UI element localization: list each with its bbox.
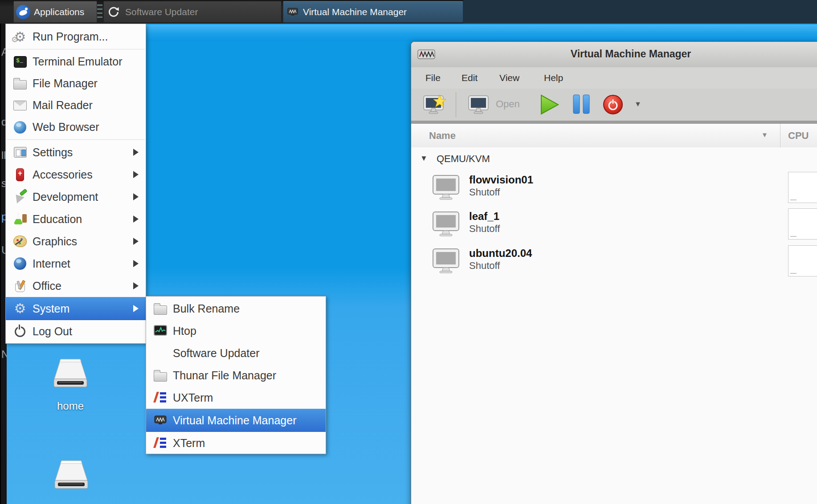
window-toolbar: Open ▼ xyxy=(411,89,817,121)
open-vm-icon[interactable] xyxy=(468,94,490,116)
open-button[interactable]: Open xyxy=(496,98,520,110)
menu-item-label: Run Program... xyxy=(33,30,108,43)
palette-icon xyxy=(13,236,27,247)
vm-name: leaf_1 xyxy=(469,210,499,223)
toolbar-separator xyxy=(456,92,456,117)
menu-item-office[interactable]: Office xyxy=(6,275,146,297)
vm-status: Shutoff xyxy=(469,187,500,198)
menu-item-accessories[interactable]: Accessories xyxy=(6,163,146,186)
cpu-baseline xyxy=(790,236,797,237)
submenu-item-software-updater[interactable]: Software Updater xyxy=(146,342,326,364)
trowel-icon xyxy=(13,190,27,204)
pause-vm-button[interactable] xyxy=(572,94,591,114)
tree-row-qemu-kvm[interactable]: ▼ QEMU/KVM xyxy=(411,152,817,168)
cpu-baseline xyxy=(790,199,797,200)
submenu-item-label: Virtual Machine Manager xyxy=(173,414,296,427)
window-title: Virtual Machine Manager xyxy=(571,48,691,60)
task-label: Virtual Machine Manager xyxy=(303,7,407,17)
xterm-icon xyxy=(153,390,167,405)
menu-item-log-out[interactable]: Log Out xyxy=(6,320,146,342)
menu-item-label: Mail Reader xyxy=(33,99,93,112)
submenu-item-xterm[interactable]: XTerm xyxy=(146,432,326,454)
vmm-icon xyxy=(287,7,298,17)
menu-help[interactable]: Help xyxy=(541,72,566,84)
applications-label: Applications xyxy=(34,7,84,17)
vm-name: ubuntu20.04 xyxy=(469,247,532,260)
shutdown-vm-button[interactable] xyxy=(602,94,624,115)
shutdown-menu-caret-icon[interactable]: ▼ xyxy=(634,100,641,108)
cpu-usage-sparkline xyxy=(788,208,817,240)
menu-item-run-program[interactable]: ⚙ Run Program... xyxy=(6,26,146,48)
menu-item-label: System xyxy=(33,302,69,315)
vm-row-flowvision01[interactable]: flowvision01 Shutoff xyxy=(411,172,817,205)
menu-item-graphics[interactable]: Graphics xyxy=(6,230,146,252)
taskbar-item-virtual-machine-manager[interactable]: Virtual Machine Manager xyxy=(283,1,463,23)
menu-edit[interactable]: Edit xyxy=(459,72,480,84)
menu-view[interactable]: View xyxy=(497,72,522,84)
refresh-icon xyxy=(107,6,120,18)
gears-icon: ⚙ xyxy=(13,30,27,44)
column-header-cpu[interactable]: CPU xyxy=(788,124,809,147)
menu-separator xyxy=(7,139,145,140)
terminal-icon xyxy=(14,56,27,68)
home-drive-label[interactable]: home xyxy=(48,400,93,412)
run-vm-button[interactable] xyxy=(539,94,560,115)
column-header-name[interactable]: Name xyxy=(429,124,456,147)
menu-item-label: Accessories xyxy=(33,168,93,181)
menu-item-mail-reader[interactable]: Mail Reader xyxy=(6,94,146,116)
panel-handle[interactable] xyxy=(97,4,102,20)
home-drive-icon[interactable] xyxy=(48,358,93,392)
vm-list: ▼ QEMU/KVM flowvision01 Shutoff leaf_1 S… xyxy=(411,147,817,504)
menu-item-education[interactable]: Education xyxy=(6,208,146,230)
menu-item-label: Development xyxy=(33,191,98,203)
vm-name: flowvision01 xyxy=(469,174,533,186)
connection-label: QEMU/KVM xyxy=(437,153,490,165)
submenu-item-label: Software Updater xyxy=(173,347,260,360)
applications-menu-button[interactable]: Applications xyxy=(13,1,97,23)
task-label: Software Updater xyxy=(125,7,198,17)
clipped-text-fragment: N xyxy=(1,348,7,361)
gear-icon: ⚙ xyxy=(13,301,27,316)
sort-indicator-icon: ▼ xyxy=(761,131,768,138)
submenu-item-bulk-rename[interactable]: Bulk Rename xyxy=(146,297,326,320)
flask-icon xyxy=(13,212,27,226)
menu-item-label: Office xyxy=(33,280,61,293)
menu-item-system[interactable]: ⚙ System xyxy=(6,297,146,320)
vm-monitor-icon xyxy=(432,174,460,201)
new-vm-button[interactable] xyxy=(423,94,447,116)
xubuntu-mouse-icon xyxy=(16,5,30,19)
window-menubar: File Edit View Help xyxy=(411,67,817,89)
submenu-item-thunar-file-manager[interactable]: Thunar File Manager xyxy=(146,364,326,386)
submenu-item-uxterm[interactable]: UXTerm xyxy=(146,386,326,409)
drive-icon[interactable] xyxy=(49,459,94,494)
vm-row-leaf-1[interactable]: leaf_1 Shutoff xyxy=(411,208,817,242)
submenu-arrow-icon xyxy=(133,260,139,267)
menu-item-terminal-emulator[interactable]: Terminal Emulator xyxy=(6,51,146,73)
vm-status: Shutoff xyxy=(469,223,500,235)
cpu-usage-sparkline xyxy=(788,172,817,203)
menu-item-label: File Manager xyxy=(33,77,98,90)
menu-item-settings[interactable]: Settings xyxy=(6,141,146,163)
menu-item-internet[interactable]: Internet xyxy=(6,252,146,275)
menu-file[interactable]: File xyxy=(423,72,443,84)
menu-item-label: Web Browser xyxy=(33,121,99,134)
menu-item-web-browser[interactable]: Web Browser xyxy=(6,116,146,138)
expander-icon[interactable]: ▼ xyxy=(420,154,428,163)
cup-icon xyxy=(15,284,25,292)
menu-item-file-manager[interactable]: File Manager xyxy=(6,73,146,94)
vmm-app-icon xyxy=(417,49,436,62)
submenu-arrow-icon xyxy=(133,215,139,223)
column-divider[interactable] xyxy=(780,124,780,147)
toolbar-bottom-strip xyxy=(411,121,817,124)
vm-monitor-icon xyxy=(432,248,460,274)
taskbar-item-software-updater[interactable]: Software Updater xyxy=(103,1,282,23)
submenu-item-virtual-machine-manager[interactable]: Virtual Machine Manager xyxy=(146,409,326,432)
globe-icon xyxy=(14,257,26,270)
vm-row-ubuntu20-04[interactable]: ubuntu20.04 Shutoff xyxy=(411,245,817,279)
window-titlebar[interactable]: Virtual Machine Manager xyxy=(411,42,817,68)
menu-item-label: Log Out xyxy=(33,325,72,338)
cpu-baseline xyxy=(790,273,797,274)
submenu-arrow-icon xyxy=(133,305,139,312)
submenu-item-htop[interactable]: Htop xyxy=(146,320,326,342)
menu-item-development[interactable]: Development xyxy=(6,186,146,208)
